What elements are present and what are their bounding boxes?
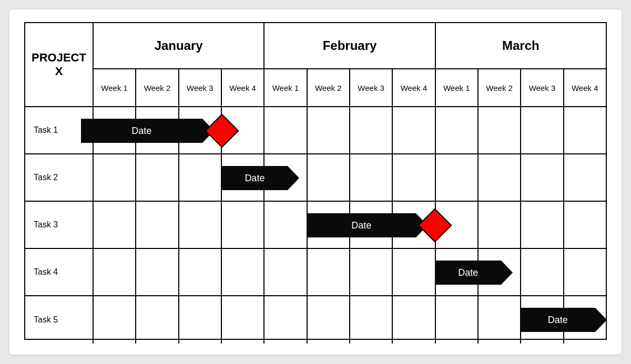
week-cell: Week 4 xyxy=(392,69,434,107)
task-timeline: Date xyxy=(94,296,606,344)
task-label: Task 2 xyxy=(25,154,94,202)
header-months-row: PROJECT X January February March Week 1 … xyxy=(25,23,606,107)
week-cell: Week 3 xyxy=(520,69,563,107)
bar-label: Date xyxy=(548,315,568,326)
page: PROJECT X January February March Week 1 … xyxy=(0,0,631,364)
gantt-bar: Date xyxy=(521,308,595,332)
task-label: Task 3 xyxy=(25,202,94,249)
week-cell: Week 3 xyxy=(178,69,221,107)
bar-label: Date xyxy=(458,267,478,278)
gantt-bar: Date xyxy=(307,213,416,237)
chart-card: PROJECT X January February March Week 1 … xyxy=(9,9,622,355)
bar-label: Date xyxy=(351,220,371,231)
bar-label: Date xyxy=(245,173,264,184)
months-header: January February March xyxy=(94,23,606,69)
week-cell: Week 1 xyxy=(435,69,477,107)
task-timeline: Date xyxy=(94,154,606,202)
table-row: Task 3 Date xyxy=(25,202,606,249)
week-cell: Week 4 xyxy=(563,69,606,107)
table-row: Task 2 Date xyxy=(25,154,606,202)
week-cell: Week 2 xyxy=(307,69,349,107)
gantt-bar: Date xyxy=(222,166,288,190)
month-january: January xyxy=(94,23,263,69)
weeks-header: Week 1 Week 2 Week 3 Week 4 Week 1 Week … xyxy=(94,69,606,107)
month-february: February xyxy=(263,23,434,69)
task-label: Task 5 xyxy=(25,296,94,344)
project-title: PROJECT X xyxy=(25,23,94,107)
week-cell: Week 2 xyxy=(477,69,520,107)
week-cell: Week 2 xyxy=(135,69,178,107)
table-row: Task 5 Date xyxy=(25,296,606,344)
task-timeline: Date xyxy=(94,249,606,296)
week-cell: Week 4 xyxy=(221,69,263,107)
week-cell: Week 1 xyxy=(263,69,306,107)
table-row: Task 1 Date xyxy=(25,107,606,154)
gantt-bar: Date xyxy=(435,261,501,285)
task-timeline: Date xyxy=(94,107,606,154)
month-march: March xyxy=(435,23,606,69)
task-label: Task 4 xyxy=(25,249,94,296)
week-cell: Week 3 xyxy=(349,69,392,107)
gantt-grid: PROJECT X January February March Week 1 … xyxy=(24,22,607,340)
task-timeline: Date xyxy=(94,202,606,249)
bar-label: Date xyxy=(131,126,151,137)
gantt-body: Task 1 Date Task 2 xyxy=(25,107,606,344)
week-cell: Week 1 xyxy=(94,69,135,107)
table-row: Task 4 Date xyxy=(25,249,606,296)
gantt-bar: Date xyxy=(81,119,202,143)
